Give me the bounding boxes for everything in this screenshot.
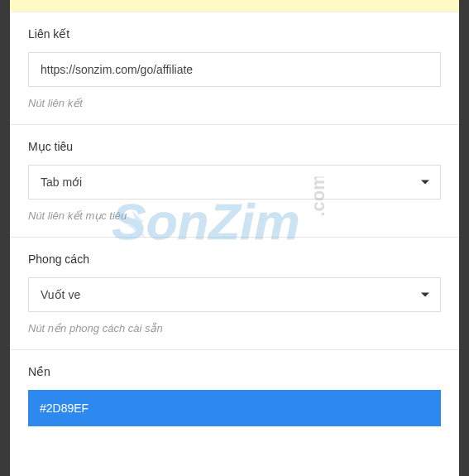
link-input[interactable] xyxy=(28,52,441,87)
background-label: Nền xyxy=(28,365,441,378)
settings-modal: Liên kết Nút liên kết Mục tiêu Tab mới N… xyxy=(10,0,459,476)
link-label: Liên kết xyxy=(28,27,441,41)
target-select-wrapper: Tab mới xyxy=(28,165,441,200)
target-section: Mục tiêu Tab mới Nút liên kết mục tiêu xyxy=(10,125,459,238)
style-select-wrapper: Vuốt ve xyxy=(28,277,441,312)
target-help-text: Nút liên kết mục tiêu xyxy=(28,209,441,222)
style-section: Phong cách Vuốt ve Nút nền phong cách cà… xyxy=(10,238,459,350)
link-section: Liên kết Nút liên kết xyxy=(10,12,459,125)
background-color-input[interactable] xyxy=(28,390,441,426)
target-select[interactable]: Tab mới xyxy=(28,165,441,200)
link-help-text: Nút liên kết xyxy=(28,97,441,109)
notice-bar xyxy=(10,0,459,12)
style-help-text: Nút nền phong cách cài sẵn xyxy=(28,322,441,334)
style-select[interactable]: Vuốt ve xyxy=(28,277,441,312)
style-label: Phong cách xyxy=(28,252,441,266)
target-label: Mục tiêu xyxy=(28,140,441,153)
background-section: Nền xyxy=(10,350,459,441)
